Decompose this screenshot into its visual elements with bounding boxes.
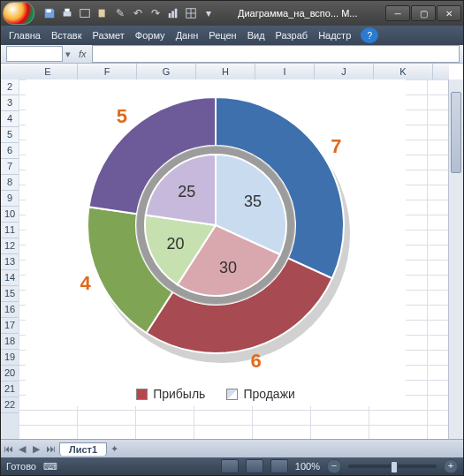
chart-icon[interactable] — [165, 5, 181, 21]
formula-input[interactable] — [92, 45, 460, 63]
tab-insert[interactable]: Вставк — [49, 28, 85, 42]
redo-icon[interactable]: ↷ — [148, 5, 164, 21]
last-sheet-icon[interactable]: ⏭ — [43, 443, 57, 454]
zoom-thumb[interactable] — [391, 461, 398, 473]
svg-rect-6 — [171, 11, 174, 18]
zoom-in-button[interactable]: + — [444, 459, 458, 473]
col-header[interactable]: J — [315, 64, 374, 79]
row-header[interactable]: 2 — [1, 79, 19, 95]
dropdown-icon[interactable]: ▾ — [201, 5, 217, 21]
first-sheet-icon[interactable]: ⏮ — [1, 443, 15, 454]
formula-bar: ▾ fx — [1, 45, 463, 64]
row-header[interactable]: 20 — [1, 366, 19, 382]
legend-label: Прибыль — [153, 387, 205, 401]
namebox-dropdown-icon[interactable]: ▾ — [63, 49, 73, 60]
svg-rect-5 — [169, 13, 171, 18]
col-header[interactable]: E — [19, 64, 78, 79]
tab-addins[interactable]: Надстр — [316, 28, 354, 42]
paste-icon[interactable] — [95, 5, 110, 21]
svg-rect-1 — [64, 11, 72, 16]
zoom-level[interactable]: 100% — [295, 461, 320, 472]
row-header[interactable]: 6 — [1, 143, 19, 159]
row-header[interactable]: 7 — [1, 159, 19, 175]
ribbon-tabs: Главна Вставк Размет Форму Данн Рецен Ви… — [1, 26, 463, 45]
row-header[interactable]: 14 — [1, 270, 19, 286]
svg-text:7: 7 — [331, 135, 341, 157]
svg-text:6: 6 — [251, 350, 262, 372]
col-header[interactable]: I — [255, 64, 315, 79]
row-header[interactable]: 19 — [1, 350, 19, 366]
row-header[interactable]: 3 — [1, 95, 19, 111]
svg-text:4: 4 — [80, 272, 92, 294]
table-icon[interactable] — [183, 5, 199, 21]
select-all-corner[interactable] — [1, 64, 19, 80]
close-button[interactable]: ✕ — [437, 5, 461, 21]
legend-label: Продажи — [243, 387, 294, 401]
print-icon[interactable] — [59, 5, 75, 21]
brush-icon[interactable]: ✎ — [112, 5, 128, 21]
tab-view[interactable]: Вид — [245, 28, 268, 42]
row-header[interactable]: 8 — [1, 175, 19, 191]
col-header[interactable]: H — [196, 64, 255, 79]
next-sheet-icon[interactable]: ▶ — [29, 443, 43, 455]
legend-swatch-icon — [136, 389, 148, 400]
row-header[interactable]: 17 — [1, 318, 19, 334]
row-header[interactable]: 12 — [1, 238, 19, 254]
svg-rect-4 — [99, 10, 105, 18]
maximize-button[interactable]: ▢ — [411, 5, 436, 21]
svg-rect-7 — [175, 9, 178, 19]
doughnut-chart: 764535302025 — [26, 79, 406, 380]
row-header[interactable]: 10 — [1, 207, 19, 223]
svg-text:5: 5 — [117, 105, 127, 127]
tab-layout[interactable]: Размет — [89, 28, 126, 42]
column-headers: E F G H I J K — [19, 64, 449, 80]
fx-label[interactable]: fx — [73, 49, 92, 59]
status-bar: Готово ⌨ 100% − + — [1, 457, 463, 475]
row-header[interactable]: 9 — [1, 191, 19, 207]
layout-icon[interactable] — [77, 5, 93, 21]
row-header[interactable]: 18 — [1, 334, 19, 350]
row-header[interactable]: 16 — [1, 302, 19, 318]
svg-rect-3 — [80, 10, 90, 18]
tab-developer[interactable]: Разраб — [273, 28, 311, 42]
view-pagebreak-button[interactable] — [270, 459, 288, 473]
legend-item-profit: Прибыль — [136, 387, 205, 401]
row-header[interactable]: 5 — [1, 127, 19, 143]
col-header[interactable]: K — [374, 64, 433, 79]
status-lang-icon[interactable]: ⌨ — [43, 461, 57, 472]
tab-formulas[interactable]: Форму — [133, 28, 168, 42]
chart-object[interactable]: 764535302025 Прибыль Продажи — [26, 79, 406, 406]
row-header[interactable]: 13 — [1, 254, 19, 270]
svg-text:25: 25 — [178, 183, 195, 200]
legend-swatch-icon — [226, 389, 238, 400]
row-headers: 2 3 4 5 6 7 8 9 10 11 12 13 14 15 16 17 … — [1, 79, 19, 439]
minimize-button[interactable]: ─ — [385, 5, 410, 21]
svg-text:30: 30 — [219, 259, 237, 276]
save-icon[interactable] — [42, 5, 57, 21]
row-header[interactable]: 22 — [1, 397, 19, 413]
new-sheet-icon[interactable]: ✦ — [107, 443, 121, 455]
tab-review[interactable]: Рецен — [206, 28, 239, 42]
tab-home[interactable]: Главна — [6, 28, 43, 42]
zoom-out-button[interactable]: − — [327, 459, 341, 473]
view-normal-button[interactable] — [221, 459, 239, 473]
row-header[interactable]: 21 — [1, 382, 19, 397]
row-header[interactable]: 15 — [1, 286, 19, 302]
help-icon[interactable]: ? — [361, 27, 378, 43]
office-button[interactable] — [3, 2, 34, 25]
name-box[interactable] — [6, 46, 63, 62]
tab-data[interactable]: Данн — [173, 28, 202, 42]
vertical-scrollbar[interactable] — [448, 79, 463, 439]
undo-icon[interactable]: ↶ — [130, 5, 146, 21]
col-header[interactable]: F — [78, 64, 137, 79]
zoom-slider[interactable] — [348, 465, 437, 468]
quick-access-toolbar: ✎ ↶ ↷ ▾ — [38, 5, 220, 21]
row-header[interactable]: 4 — [1, 111, 19, 127]
svg-text:35: 35 — [244, 193, 262, 210]
view-layout-button[interactable] — [246, 459, 263, 473]
worksheet-area: E F G H I J K 2 3 4 5 6 7 8 9 10 11 12 1… — [1, 64, 463, 439]
row-header[interactable]: 11 — [1, 223, 19, 238]
prev-sheet-icon[interactable]: ◀ — [15, 443, 29, 455]
sheet-tab[interactable]: Лист1 — [59, 442, 107, 456]
col-header[interactable]: G — [137, 64, 196, 79]
